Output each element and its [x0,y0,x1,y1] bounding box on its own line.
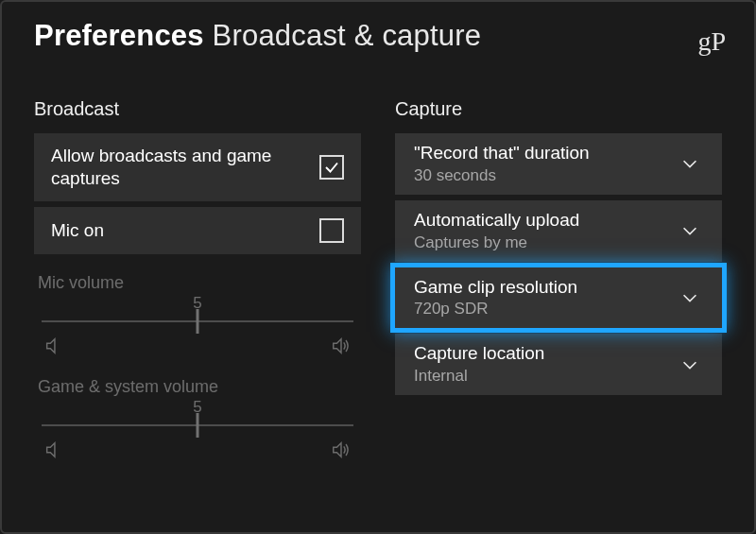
broadcast-column: Broadcast Allow broadcasts and game capt… [34,98,361,468]
svg-marker-3 [334,442,341,456]
svg-marker-1 [334,338,341,353]
chevron-down-icon [677,352,703,378]
auto-upload-value: Captures by me [414,233,579,252]
page-title-rest: Broadcast & capture [213,19,482,52]
chevron-down-icon [677,217,703,244]
watermark: gP [697,26,726,57]
capture-location-dropdown[interactable]: Capture location Internal [395,334,722,395]
record-that-value: 30 seconds [414,166,590,185]
record-that-label: "Record that" duration [414,143,590,164]
clip-resolution-dropdown[interactable]: Game clip resolution 720p SDR [395,267,722,329]
chevron-down-icon [677,284,703,311]
clip-resolution-value: 720p SDR [414,300,577,319]
game-system-volume-slider[interactable] [42,415,353,436]
allow-broadcasts-label: Allow broadcasts and game captures [51,145,319,190]
auto-upload-label: Automatically upload [414,210,579,232]
game-system-volume-label: Game & system volume [38,377,357,397]
mic-on-row[interactable]: Mic on [34,207,361,254]
mic-volume-slider[interactable] [42,311,353,332]
speaker-loud-icon [331,439,352,464]
capture-column: Capture "Record that" duration 30 second… [395,98,722,468]
speaker-mute-icon [43,336,64,360]
page-title-bold: Preferences [34,19,204,52]
broadcast-section-title: Broadcast [34,98,361,120]
checkmark-icon [323,159,340,176]
svg-marker-2 [47,442,55,456]
capture-location-value: Internal [414,367,544,386]
mic-on-checkbox[interactable] [319,218,344,243]
svg-marker-0 [47,338,55,353]
record-that-dropdown[interactable]: "Record that" duration 30 seconds [395,133,722,195]
mic-volume-block: Mic volume 5 [34,260,361,364]
allow-broadcasts-row[interactable]: Allow broadcasts and game captures [34,133,361,201]
allow-broadcasts-checkbox[interactable] [319,155,344,180]
game-system-volume-block: Game & system volume 5 [34,364,361,468]
page-title: Preferences Broadcast & capture [2,19,754,62]
mic-on-label: Mic on [51,219,319,242]
speaker-loud-icon [331,336,352,360]
auto-upload-dropdown[interactable]: Automatically upload Captures by me [395,200,722,262]
capture-section-title: Capture [395,98,722,120]
mic-volume-label: Mic volume [38,273,357,293]
clip-resolution-label: Game clip resolution [414,277,577,299]
speaker-mute-icon [43,439,64,464]
capture-location-label: Capture location [414,343,544,365]
chevron-down-icon [677,150,703,177]
